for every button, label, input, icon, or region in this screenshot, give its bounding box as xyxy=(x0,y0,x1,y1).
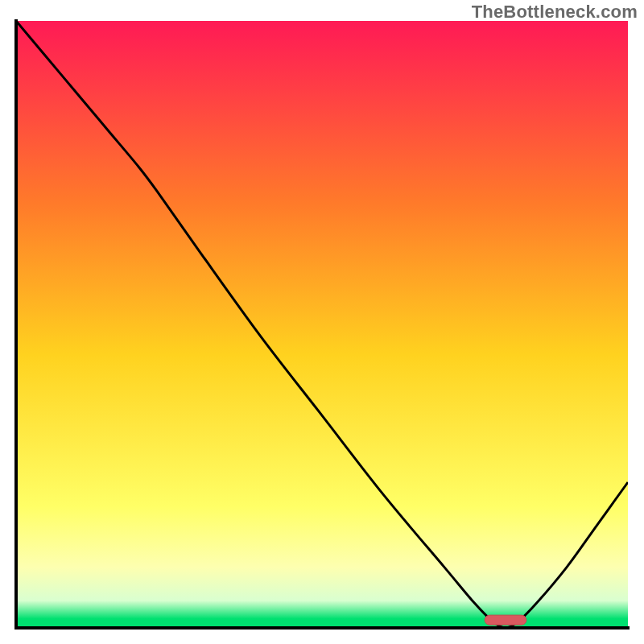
chart-container: TheBottleneck.com xyxy=(0,0,644,644)
watermark-text: TheBottleneck.com xyxy=(472,2,638,23)
gradient-background xyxy=(16,21,628,628)
optimal-marker xyxy=(485,615,526,625)
bottleneck-chart xyxy=(0,0,644,644)
